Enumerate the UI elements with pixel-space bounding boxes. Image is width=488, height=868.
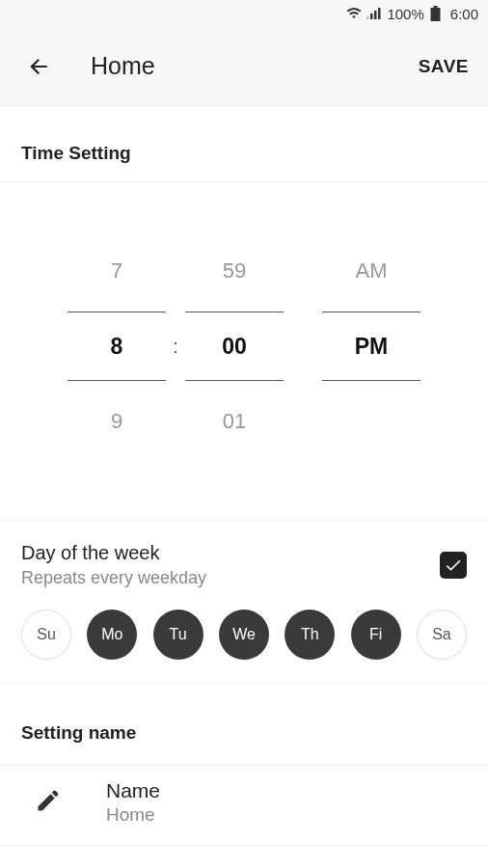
day-of-week-subtitle: Repeats every weekday	[21, 568, 206, 588]
day-pill-su[interactable]: Su	[21, 610, 71, 660]
svg-rect-4	[433, 6, 437, 8]
svg-rect-3	[378, 8, 381, 19]
setting-name-value: Home	[106, 804, 160, 826]
page-title: Home	[91, 52, 419, 80]
battery-percentage: 100%	[387, 6, 423, 22]
svg-rect-5	[430, 8, 440, 21]
check-icon	[444, 556, 463, 575]
svg-rect-0	[366, 16, 369, 19]
setting-name-row[interactable]: Name Home	[0, 765, 488, 846]
app-header: Home SAVE	[0, 27, 488, 106]
save-button[interactable]: SAVE	[419, 56, 469, 77]
hour-next[interactable]: 9	[68, 409, 166, 434]
back-arrow-icon	[26, 54, 51, 79]
day-of-week-title: Day of the week	[21, 542, 206, 564]
day-pill-mo[interactable]: Mo	[87, 610, 137, 660]
ampm-selected[interactable]: PM	[322, 334, 420, 360]
day-pill-th[interactable]: Th	[285, 610, 335, 660]
status-bar: 100% 6:00	[0, 0, 488, 27]
battery-icon	[430, 6, 441, 21]
days-row: SuMoTuWeThFiSa	[21, 610, 467, 660]
minute-prev[interactable]: 59	[185, 258, 284, 284]
minute-selected[interactable]: 00	[185, 334, 284, 360]
status-clock: 6:00	[450, 6, 478, 22]
day-pill-fi[interactable]: Fi	[351, 610, 401, 660]
time-picker[interactable]: 7 59 AM 8 : 00 PM 9 01	[0, 182, 488, 521]
day-pill-tu[interactable]: Tu	[153, 610, 203, 660]
time-colon: :	[166, 336, 185, 358]
day-of-week-section: Day of the week Repeats every weekday Su…	[0, 521, 488, 684]
hour-prev[interactable]: 7	[68, 258, 166, 284]
svg-rect-1	[370, 14, 373, 19]
svg-rect-2	[374, 11, 377, 19]
weekday-repeat-checkbox[interactable]	[440, 552, 467, 579]
edit-icon	[35, 787, 62, 818]
ampm-prev[interactable]: AM	[322, 258, 420, 284]
hour-selected[interactable]: 8	[68, 334, 166, 360]
minute-next[interactable]: 01	[185, 409, 284, 434]
day-pill-sa[interactable]: Sa	[417, 610, 467, 660]
day-pill-we[interactable]: We	[219, 610, 269, 660]
wifi-icon	[346, 7, 362, 20]
time-setting-header: Time Setting	[0, 106, 488, 181]
setting-name-header: Setting name	[0, 684, 488, 765]
setting-name-label: Name	[106, 779, 160, 802]
signal-icon	[366, 7, 381, 20]
back-button[interactable]	[21, 49, 56, 84]
